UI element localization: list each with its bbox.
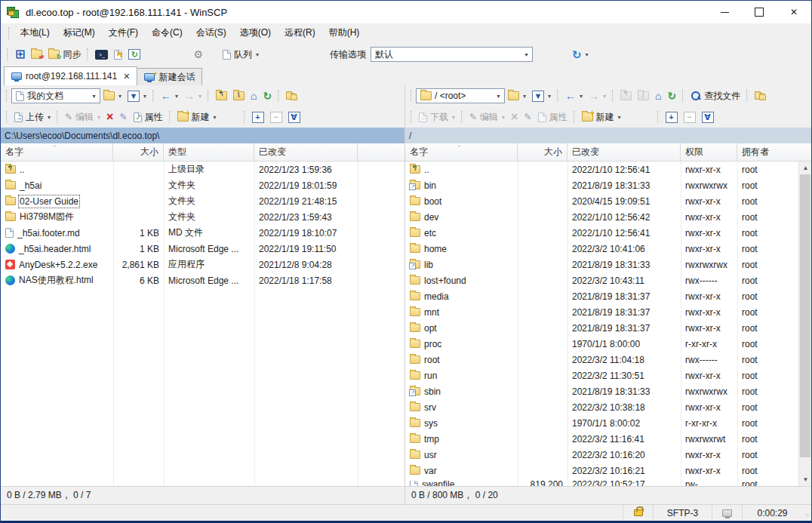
download-button[interactable]: ←下载▾ <box>416 109 458 125</box>
remote-root-dir-button[interactable]: / <box>635 90 652 102</box>
resize-grip[interactable] <box>802 505 811 521</box>
local-filter-button[interactable]: ▼▾ <box>125 89 149 103</box>
remote-dir-select[interactable]: / <root> ▾ <box>416 88 505 103</box>
remote-select-same-button[interactable]: ∀ <box>699 110 717 125</box>
remote-filter-button[interactable]: ▼▾ <box>529 89 554 103</box>
file-row[interactable]: var2022/3/2 10:16:21rwxr-xr-xroot <box>405 463 798 478</box>
column-header-size[interactable]: 大小 <box>113 143 164 161</box>
local-new-button[interactable]: +新建▾ <box>174 109 220 125</box>
remote-back-button[interactable]: ←▾ <box>562 89 586 103</box>
remote-edit-button[interactable]: ✎编辑▾ <box>466 109 508 125</box>
file-row[interactable]: _h5ai.footer.md1 KBMD 文件2022/1/19 18:10:… <box>1 225 404 241</box>
local-select-button[interactable]: + <box>249 110 267 125</box>
preferences-button[interactable]: ⚙ <box>190 48 206 61</box>
column-header-owner[interactable]: 拥有者 <box>737 143 811 161</box>
menu-item[interactable]: 选项(O) <box>233 23 278 42</box>
file-row[interactable]: swapfile819,2002022/3/2 10:52:17rw-root <box>405 478 798 486</box>
file-row[interactable]: tmp2022/3/2 11:16:41rwxrwxrwtroot <box>405 431 798 447</box>
file-row[interactable]: AnyDesk+5.2.2.exe2,861 KB应用程序2021/12/8 9… <box>1 257 404 272</box>
remote-rename-button[interactable]: ✎ <box>521 111 534 123</box>
local-home-button[interactable]: ⌂ <box>248 89 260 103</box>
close-button[interactable] <box>777 1 811 23</box>
console-button[interactable]: Ϟ <box>111 48 125 61</box>
menu-item[interactable]: 标记(M) <box>57 23 102 42</box>
local-parent-dir-button[interactable]: ↰ <box>213 90 230 102</box>
local-back-button[interactable]: ←▾ <box>158 89 181 103</box>
column-header-changed[interactable]: 已改变 <box>254 143 358 161</box>
local-forward-button[interactable]: →▾ <box>181 89 205 103</box>
upload-button[interactable]: →上传▾ <box>11 109 54 125</box>
local-properties-button[interactable]: ✓属性 <box>131 109 166 125</box>
status-encryption[interactable] <box>623 505 653 521</box>
remote-home-button[interactable]: ⌂ <box>652 89 664 103</box>
remote-dir-tree-button[interactable] <box>752 91 766 101</box>
local-drive-select[interactable]: 我的文档 ▾ <box>11 88 100 103</box>
file-row[interactable]: root2022/3/2 11:04:18rwx------root <box>405 352 798 368</box>
sync-browsing-button[interactable]: ⇄ <box>28 48 45 60</box>
remote-refresh-button[interactable]: ↻ <box>665 89 680 103</box>
file-row[interactable]: opt2021/8/19 18:31:37rwxr-xr-xroot <box>405 320 798 336</box>
maximize-button[interactable] <box>742 1 777 23</box>
refresh-session-button[interactable]: ↻ <box>125 48 143 61</box>
file-row[interactable]: dev2022/1/10 12:56:42rwxr-xr-xroot <box>405 209 798 225</box>
column-header-perm[interactable]: 权限 <box>681 143 737 161</box>
local-refresh-button[interactable]: ↻ <box>260 89 275 103</box>
scrollbar[interactable]: ▲ ▼ <box>798 162 811 486</box>
column-header-size[interactable]: 大小 <box>518 143 567 161</box>
file-row[interactable]: media2021/8/19 18:31:37rwxr-xr-xroot <box>405 288 798 304</box>
file-row[interactable]: proc1970/1/1 8:00:00r-xr-xr-xroot <box>405 336 798 352</box>
local-delete-button[interactable]: × <box>103 109 116 125</box>
file-row[interactable]: home2022/3/2 10:41:06rwxr-xr-xroot <box>405 241 798 257</box>
menu-item[interactable]: 远程(R) <box>278 23 322 42</box>
local-unselect-button[interactable]: − <box>267 110 285 125</box>
file-row[interactable]: NAS使用教程.html6 KBMicrosoft Edge ...2022/1… <box>1 272 404 288</box>
tab-close-icon[interactable]: ✕ <box>123 72 130 82</box>
session-generate-button[interactable]: ↻▾ <box>569 48 592 62</box>
find-files-button[interactable]: 查找文件 <box>687 88 743 104</box>
queue-button[interactable]: 队列▾ <box>220 47 262 63</box>
remote-open-dir-button[interactable]: ▾ <box>505 90 529 102</box>
file-row[interactable]: sys1970/1/1 8:00:02r-xr-xr-xroot <box>405 415 798 431</box>
menu-item[interactable]: 帮助(H) <box>322 23 367 42</box>
file-row[interactable]: _h5ai.header.html1 KBMicrosoft Edge ...2… <box>1 241 404 257</box>
remote-path-bar[interactable]: / <box>405 128 811 143</box>
commander-view-button[interactable]: ⊞ <box>12 47 28 62</box>
remote-forward-button[interactable]: →▾ <box>586 89 609 103</box>
file-row[interactable]: 02-User Guide文件夹2022/1/19 21:48:15 <box>1 193 404 209</box>
file-row[interactable]: ..上级目录2022/1/23 1:59:36 <box>1 162 404 177</box>
local-path-bar[interactable]: C:\Users\ecoo\Documents\dl.ecoo.top\ <box>1 128 404 143</box>
remote-delete-button[interactable]: × <box>508 109 521 125</box>
column-header-name[interactable]: 名字ˆ <box>1 143 113 161</box>
status-protocol[interactable]: SFTP-3 <box>653 505 712 521</box>
local-edit-button[interactable]: ✎编辑▾ <box>62 109 103 125</box>
remote-parent-dir-button[interactable]: ↰ <box>617 90 635 102</box>
remote-properties-button[interactable]: 属性 <box>535 109 571 125</box>
menu-item[interactable]: 命令(C) <box>145 23 189 42</box>
column-header-changed[interactable]: 已改变 <box>567 143 681 161</box>
new-session-tab[interactable]: + 新建会话 <box>137 68 202 85</box>
synchronize-button[interactable]: ↻同步 <box>45 47 84 63</box>
session-tab-active[interactable]: root@192.168.111.141 ✕ <box>4 66 137 85</box>
minimize-button[interactable] <box>707 1 742 23</box>
status-connection[interactable] <box>712 505 742 521</box>
scroll-up-icon[interactable]: ▲ <box>799 162 811 174</box>
remote-unselect-button[interactable]: − <box>681 110 699 125</box>
file-row[interactable]: etc2022/1/10 12:56:41rwxr-xr-xroot <box>405 225 798 241</box>
local-select-same-button[interactable]: ∀ <box>285 110 303 125</box>
file-row[interactable]: sbin2021/8/19 18:31:33rwxrwxrwxroot <box>405 383 798 399</box>
file-row[interactable]: ..2022/1/10 12:56:41rwxr-xr-xroot <box>405 162 798 177</box>
local-rename-button[interactable]: ✎ <box>116 111 130 123</box>
file-row[interactable]: lost+found2022/3/2 10:43:11rwx------root <box>405 272 798 288</box>
file-row[interactable]: mnt2021/8/19 18:31:37rwxr-xr-xroot <box>405 304 798 320</box>
scroll-down-icon[interactable]: ▼ <box>799 473 811 486</box>
menu-item[interactable]: 会话(S) <box>189 23 233 42</box>
file-row[interactable]: _h5ai文件夹2022/1/19 18:01:59 <box>1 177 404 193</box>
file-row[interactable]: Hi3798M固件文件夹2022/1/23 1:59:43 <box>1 209 404 225</box>
remote-select-button[interactable]: + <box>663 110 681 125</box>
file-row[interactable]: lib2021/8/19 18:31:33rwxrwxrwxroot <box>405 257 798 272</box>
terminal-button[interactable]: >_ <box>92 48 111 61</box>
remote-new-button[interactable]: +新建▾ <box>579 109 624 125</box>
column-header-type[interactable]: 类型 <box>164 143 254 161</box>
file-row[interactable]: bin2021/8/19 18:31:33rwxrwxrwxroot <box>405 177 798 193</box>
local-open-dir-button[interactable]: ▾ <box>100 90 125 102</box>
